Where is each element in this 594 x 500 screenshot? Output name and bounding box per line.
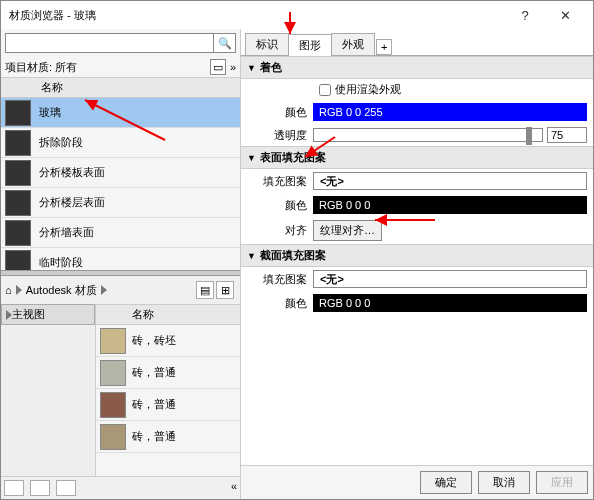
dialog-footer: 确定 取消 应用 xyxy=(241,465,593,499)
lib-name: 砖，普通 xyxy=(132,397,176,412)
section-surface[interactable]: 表面填充图案 xyxy=(241,146,593,169)
cut-pattern-value[interactable]: <无> xyxy=(313,270,587,288)
left-panel: 🔍 项目材质: 所有 ▭ » 名称 玻璃拆除阶段分析楼板表面分析楼层表面分析墙表… xyxy=(1,29,241,499)
filter-row: 项目材质: 所有 ▭ » xyxy=(1,57,240,77)
use-render-label: 使用渲染外观 xyxy=(335,82,401,97)
material-name: 分析楼层表面 xyxy=(39,195,105,210)
lib-name: 砖，普通 xyxy=(132,429,176,444)
filter-label[interactable]: 项目材质: 所有 xyxy=(5,60,206,75)
material-name: 分析楼板表面 xyxy=(39,165,105,180)
trans-slider[interactable] xyxy=(313,128,543,142)
list-item[interactable]: 分析楼板表面 xyxy=(1,158,240,188)
tab-appearance[interactable]: 外观 xyxy=(331,33,375,55)
dup-icon[interactable] xyxy=(30,480,50,496)
breadcrumb-lib[interactable]: Autodesk 材质 xyxy=(26,283,97,298)
chevron-right-icon xyxy=(101,285,107,295)
ok-button[interactable]: 确定 xyxy=(420,471,472,494)
window-title: 材质浏览器 - 玻璃 xyxy=(9,8,505,23)
list-item[interactable]: 临时阶段 xyxy=(1,248,240,270)
titlebar: 材质浏览器 - 玻璃 ? ✕ xyxy=(1,1,593,29)
view-grid-icon[interactable]: ⊞ xyxy=(216,281,234,299)
close-icon[interactable]: ✕ xyxy=(545,8,585,23)
section-shading[interactable]: 着色 xyxy=(241,56,593,79)
new-icon[interactable] xyxy=(4,480,24,496)
cut-color-value[interactable]: RGB 0 0 0 xyxy=(313,294,587,312)
apply-button[interactable]: 应用 xyxy=(536,471,588,494)
lib-thumb xyxy=(100,424,126,450)
chevron-right-icon xyxy=(16,285,22,295)
tree-root[interactable]: 主视图 xyxy=(12,307,45,322)
list-item[interactable]: 砖，普通 xyxy=(96,389,240,421)
material-thumb xyxy=(5,190,31,216)
expand-button[interactable]: » xyxy=(230,61,236,73)
color-label: 颜色 xyxy=(247,198,307,213)
pattern-label: 填充图案 xyxy=(247,272,307,287)
use-render-checkbox[interactable] xyxy=(319,84,331,96)
material-list: 玻璃拆除阶段分析楼板表面分析楼层表面分析墙表面临时阶段 xyxy=(1,98,240,270)
section-cut[interactable]: 截面填充图案 xyxy=(241,244,593,267)
use-render-row: 使用渲染外观 xyxy=(241,79,593,100)
material-name: 玻璃 xyxy=(39,105,61,120)
home-icon[interactable]: ⌂ xyxy=(5,284,12,296)
list-item[interactable]: 砖，普通 xyxy=(96,357,240,389)
material-thumb xyxy=(5,100,31,126)
breadcrumb: ⌂ Autodesk 材质 ▤ ⊞ xyxy=(1,276,240,304)
search-input[interactable] xyxy=(5,33,214,53)
tab-identity[interactable]: 标识 xyxy=(245,33,289,55)
bottom-toolbar: « xyxy=(1,476,240,499)
view-list-icon[interactable]: ▤ xyxy=(196,281,214,299)
search-icon[interactable]: 🔍 xyxy=(214,33,236,53)
material-thumb xyxy=(5,130,31,156)
color-label: 颜色 xyxy=(247,105,307,120)
material-name: 临时阶段 xyxy=(39,255,83,270)
lib-thumb xyxy=(100,360,126,386)
lib-name: 砖，普通 xyxy=(132,365,176,380)
swatch-icon[interactable] xyxy=(56,480,76,496)
list-item[interactable]: 拆除阶段 xyxy=(1,128,240,158)
right-panel: 标识 图形 外观 + 着色 使用渲染外观 颜色RGB 0 0 255 透明度 7… xyxy=(241,29,593,499)
list-item[interactable]: 砖，普通 xyxy=(96,421,240,453)
tabs: 标识 图形 外观 + xyxy=(241,29,593,56)
list-item[interactable]: 砖，砖坯 xyxy=(96,325,240,357)
help-icon[interactable]: ? xyxy=(505,8,545,23)
surf-pattern-value[interactable]: <无> xyxy=(313,172,587,190)
list-item[interactable]: 玻璃 xyxy=(1,98,240,128)
tree-panel: 主视图 xyxy=(1,304,96,476)
search-bar: 🔍 xyxy=(1,29,240,57)
lib-thumb xyxy=(100,392,126,418)
material-thumb xyxy=(5,250,31,271)
material-name: 拆除阶段 xyxy=(39,135,83,150)
library-list: 名称 砖，砖坯砖，普通砖，普通砖，普通 xyxy=(96,304,240,476)
trans-value[interactable]: 75 xyxy=(547,127,587,143)
material-thumb xyxy=(5,220,31,246)
view-toggle-icon[interactable]: ▭ xyxy=(210,59,226,75)
material-thumb xyxy=(5,160,31,186)
list-item[interactable]: 分析楼层表面 xyxy=(1,188,240,218)
cancel-button[interactable]: 取消 xyxy=(478,471,530,494)
lib-name: 砖，砖坯 xyxy=(132,333,176,348)
collapse-button[interactable]: « xyxy=(231,480,237,496)
trans-label: 透明度 xyxy=(247,128,307,143)
color-label: 颜色 xyxy=(247,296,307,311)
lib-header: 名称 xyxy=(96,304,240,325)
add-tab-button[interactable]: + xyxy=(376,39,392,55)
lib-thumb xyxy=(100,328,126,354)
align-button[interactable]: 纹理对齐… xyxy=(313,220,382,241)
list-item[interactable]: 分析墙表面 xyxy=(1,218,240,248)
list-header: 名称 xyxy=(1,77,240,98)
tab-graphics[interactable]: 图形 xyxy=(288,34,332,56)
material-name: 分析墙表面 xyxy=(39,225,94,240)
shade-color-value[interactable]: RGB 0 0 255 xyxy=(313,103,587,121)
surf-color-value[interactable]: RGB 0 0 0 xyxy=(313,196,587,214)
align-label: 对齐 xyxy=(247,223,307,238)
pattern-label: 填充图案 xyxy=(247,174,307,189)
properties: 着色 使用渲染外观 颜色RGB 0 0 255 透明度 75 表面填充图案 填充… xyxy=(241,56,593,465)
